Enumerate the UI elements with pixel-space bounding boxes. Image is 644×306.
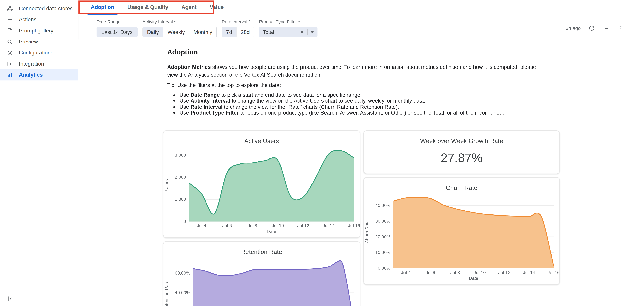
configurations-icon xyxy=(6,49,13,56)
svg-text:Jul 10: Jul 10 xyxy=(474,270,486,275)
app-window: Connected data stores Actions Prompt gal… xyxy=(0,0,644,306)
activity-interval-daily-button[interactable]: Daily xyxy=(143,27,164,37)
date-range-label: Date Range xyxy=(96,19,138,24)
activity-interval-label: Activity Interval * xyxy=(142,19,217,24)
rate-interval-segmented: 7d 28d xyxy=(222,27,254,37)
svg-text:Jul 8: Jul 8 xyxy=(450,270,460,275)
svg-text:20.00%: 20.00% xyxy=(375,234,390,239)
chart-title-retention-rate: Retention Rate xyxy=(164,242,360,255)
product-type-value: Total xyxy=(263,29,300,35)
sidebar-item-label: Integration xyxy=(19,61,44,67)
activity-interval-filter: Activity Interval * Daily Weekly Monthly xyxy=(142,19,217,37)
retention-rate-card: Retention Rate 0.00%20.00%40.00%60.00%Ju… xyxy=(163,241,360,306)
filter-bar-actions: 3h ago xyxy=(566,24,625,32)
sidebar: Connected data stores Actions Prompt gal… xyxy=(0,0,78,306)
sidebar-item-label: Preview xyxy=(19,39,38,45)
collapse-panel-icon[interactable] xyxy=(6,294,14,303)
sidebar-item-label: Analytics xyxy=(19,72,43,78)
analytics-icon xyxy=(6,72,13,78)
svg-text:30.00%: 30.00% xyxy=(375,219,390,224)
sidebar-item-integration[interactable]: Integration xyxy=(0,58,78,69)
more-options-icon[interactable] xyxy=(617,24,625,32)
main-area: Adoption Usage & Quality Agent Value Dat… xyxy=(78,0,644,306)
svg-text:Jul 6: Jul 6 xyxy=(222,223,232,228)
svg-text:Jul 14: Jul 14 xyxy=(523,270,535,275)
dropdown-divider xyxy=(307,29,308,35)
sidebar-item-analytics[interactable]: Analytics xyxy=(0,69,78,80)
svg-text:3,000: 3,000 xyxy=(175,153,186,158)
tab-agent[interactable]: Agent xyxy=(175,0,203,15)
svg-text:Jul 16: Jul 16 xyxy=(348,223,360,228)
sidebar-item-prompt-gallery[interactable]: Prompt gallery xyxy=(0,25,78,36)
chevron-down-icon[interactable] xyxy=(310,31,314,33)
activity-interval-segmented: Daily Weekly Monthly xyxy=(142,27,217,37)
sidebar-item-label: Actions xyxy=(19,16,36,22)
svg-text:40.00%: 40.00% xyxy=(375,203,390,208)
product-type-dropdown[interactable]: Total xyxy=(259,27,318,37)
list-item: Use Activity Interval to change the view… xyxy=(180,98,644,104)
preview-icon xyxy=(6,38,13,45)
svg-text:Jul 10: Jul 10 xyxy=(272,223,284,228)
activity-interval-weekly-button[interactable]: Weekly xyxy=(164,27,190,37)
rate-interval-28d-button[interactable]: 28d xyxy=(237,27,254,37)
svg-text:2,000: 2,000 xyxy=(175,175,186,180)
tab-usage-quality[interactable]: Usage & Quality xyxy=(121,0,175,15)
intro-paragraph: Adoption Metrics shows you how people ar… xyxy=(167,63,547,79)
wow-growth-value: 27.87% xyxy=(364,151,559,165)
list-item: Use Date Range to pick a start and end d… xyxy=(180,92,644,98)
rate-interval-label: Rate Interval * xyxy=(222,19,254,24)
charts-column-left: Active Users 01,0002,0003,000Jul 4Jul 6J… xyxy=(163,131,360,306)
tab-bar: Adoption Usage & Quality Agent Value xyxy=(78,0,644,15)
svg-text:Jul 16: Jul 16 xyxy=(548,270,560,275)
svg-text:0.00%: 0.00% xyxy=(378,266,390,271)
svg-text:Jul 8: Jul 8 xyxy=(248,223,257,228)
page-title: Adoption xyxy=(167,48,644,56)
svg-text:Jul 14: Jul 14 xyxy=(323,223,335,228)
svg-text:Jul 12: Jul 12 xyxy=(498,270,510,275)
clear-icon[interactable] xyxy=(299,30,304,34)
svg-text:Date: Date xyxy=(267,229,276,234)
svg-text:10.00%: 10.00% xyxy=(375,250,390,255)
prompt-gallery-icon xyxy=(6,27,13,34)
active-users-card: Active Users 01,0002,0003,000Jul 4Jul 6J… xyxy=(163,131,360,238)
tab-adoption[interactable]: Adoption xyxy=(84,0,121,15)
last-refreshed-text: 3h ago xyxy=(566,25,581,31)
list-item: Use Product Type Filter to focus on one … xyxy=(180,110,644,116)
tip-text: Tip: Use the filters at the top to explo… xyxy=(167,82,644,88)
tips-list: Use Date Range to pick a start and end d… xyxy=(167,92,644,116)
rate-interval-filter: Rate Interval * 7d 28d xyxy=(222,19,254,37)
rate-interval-7d-button[interactable]: 7d xyxy=(222,27,237,37)
svg-text:Jul 6: Jul 6 xyxy=(426,270,435,275)
product-type-filter-label: Product Type Filter * xyxy=(259,19,318,24)
chart-title-active-users: Active Users xyxy=(164,131,360,145)
sidebar-item-configurations[interactable]: Configurations xyxy=(0,47,78,58)
content-area: Adoption Adoption Metrics shows you how … xyxy=(78,39,644,306)
churn-rate-chart: 0.00%10.00%20.00%30.00%40.00%Jul 4Jul 6J… xyxy=(364,194,559,284)
refresh-icon[interactable] xyxy=(587,24,596,32)
data-stores-icon xyxy=(6,5,13,12)
date-range-filter: Date Range Last 14 Days xyxy=(96,19,138,37)
tab-value[interactable]: Value xyxy=(203,0,230,15)
sidebar-item-connected-data-stores[interactable]: Connected data stores xyxy=(0,3,78,14)
integration-icon xyxy=(6,61,13,67)
intro-text: shows you how people are using the produ… xyxy=(167,64,536,78)
svg-text:60.00%: 60.00% xyxy=(175,271,190,276)
sidebar-nav: Connected data stores Actions Prompt gal… xyxy=(0,0,78,80)
list-item: Use Rate Interval to change the view for… xyxy=(180,104,644,110)
svg-text:Jul 12: Jul 12 xyxy=(297,223,309,228)
sidebar-item-label: Prompt gallery xyxy=(19,27,53,33)
charts-grid: Active Users 01,0002,0003,000Jul 4Jul 6J… xyxy=(163,131,644,306)
svg-text:Date: Date xyxy=(469,276,478,281)
churn-rate-card: Churn Rate 0.00%10.00%20.00%30.00%40.00%… xyxy=(364,177,560,285)
activity-interval-monthly-button[interactable]: Monthly xyxy=(189,27,216,37)
date-range-button[interactable]: Last 14 Days xyxy=(96,27,138,37)
svg-text:Jul 4: Jul 4 xyxy=(401,270,410,275)
chart-title-churn-rate: Churn Rate xyxy=(364,178,559,191)
sidebar-item-actions[interactable]: Actions xyxy=(0,14,78,25)
svg-text:1,000: 1,000 xyxy=(175,197,186,202)
stat-title-wow-growth: Week over Week Growth Rate xyxy=(364,131,559,145)
retention-rate-chart: 0.00%20.00%40.00%60.00%Jul 4Jul 6Jul 8Ju… xyxy=(164,258,360,306)
svg-text:Retention Rate: Retention Rate xyxy=(164,281,169,306)
filter-list-icon[interactable] xyxy=(602,24,610,32)
sidebar-item-preview[interactable]: Preview xyxy=(0,36,78,47)
